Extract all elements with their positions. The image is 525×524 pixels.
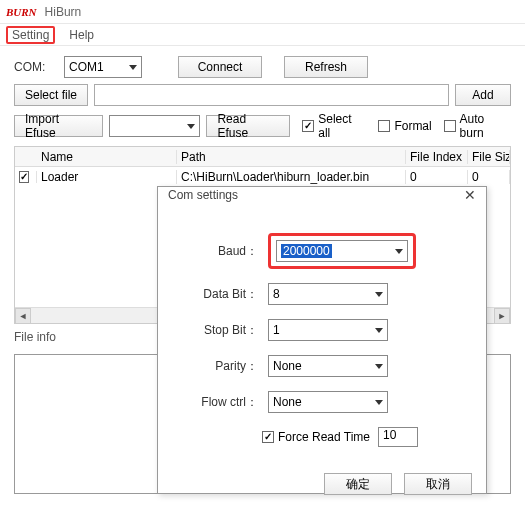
app-title: HiBurn <box>45 5 82 19</box>
menu-help[interactable]: Help <box>69 28 94 42</box>
databit-value: 8 <box>273 287 371 301</box>
col-file-size[interactable]: File Siz <box>468 150 510 164</box>
cancel-button[interactable]: 取消 <box>404 473 472 495</box>
cell-path: C:\HiBurn\Loader\hiburn_loader.bin <box>177 170 406 184</box>
chevron-down-icon <box>375 400 383 405</box>
row-checkbox[interactable] <box>15 171 37 183</box>
menu-setting[interactable]: Setting <box>6 26 55 44</box>
cell-file-index: 0 <box>406 170 468 184</box>
chevron-down-icon <box>375 328 383 333</box>
baud-label: Baud： <box>178 243 268 260</box>
force-read-time-label: Force Read Time <box>278 430 370 444</box>
com-settings-dialog: Com settings ✕ Baud： 2000000 Data Bit： 8… <box>157 186 487 494</box>
read-efuse-button[interactable]: Read Efuse <box>206 115 290 137</box>
chevron-down-icon <box>187 124 195 129</box>
baud-value: 2000000 <box>281 244 332 258</box>
col-name[interactable]: Name <box>37 150 177 164</box>
chevron-down-icon <box>375 364 383 369</box>
col-file-index[interactable]: File Index <box>406 150 468 164</box>
com-label: COM: <box>14 60 58 74</box>
flowctrl-label: Flow ctrl： <box>178 394 268 411</box>
menu-bar: Setting Help <box>0 24 525 46</box>
chevron-down-icon <box>395 249 403 254</box>
select-all-checkbox[interactable]: Select all <box>302 112 366 140</box>
parity-select[interactable]: None <box>268 355 388 377</box>
cell-file-size: 0 <box>468 170 510 184</box>
databit-select[interactable]: 8 <box>268 283 388 305</box>
import-efuse-button[interactable]: Import Efuse <box>14 115 103 137</box>
efuse-select[interactable] <box>109 115 200 137</box>
databit-label: Data Bit： <box>178 286 268 303</box>
add-button[interactable]: Add <box>455 84 511 106</box>
col-path[interactable]: Path <box>177 150 406 164</box>
flowctrl-value: None <box>273 395 371 409</box>
com-select[interactable]: COM1 <box>64 56 142 78</box>
chevron-down-icon <box>129 65 137 70</box>
flowctrl-select[interactable]: None <box>268 391 388 413</box>
select-all-label: Select all <box>318 112 366 140</box>
file-path-input[interactable] <box>94 84 449 106</box>
scroll-right-icon[interactable]: ► <box>494 308 510 324</box>
cell-name: Loader <box>37 170 177 184</box>
auto-burn-label: Auto burn <box>460 112 511 140</box>
com-select-value: COM1 <box>69 60 104 74</box>
stopbit-select[interactable]: 1 <box>268 319 388 341</box>
scroll-left-icon[interactable]: ◄ <box>15 308 31 324</box>
connect-button[interactable]: Connect <box>178 56 262 78</box>
stopbit-value: 1 <box>273 323 371 337</box>
close-icon[interactable]: ✕ <box>464 187 476 203</box>
formal-label: Formal <box>394 119 431 133</box>
force-read-time-checkbox[interactable]: Force Read Time <box>262 430 370 444</box>
select-file-button[interactable]: Select file <box>14 84 88 106</box>
force-read-time-input[interactable]: 10 <box>378 427 418 447</box>
formal-checkbox[interactable]: Formal <box>378 119 431 133</box>
table-row[interactable]: Loader C:\HiBurn\Loader\hiburn_loader.bi… <box>15 167 510 187</box>
refresh-button[interactable]: Refresh <box>284 56 368 78</box>
dialog-title: Com settings <box>168 188 238 202</box>
checkbox-icon <box>302 120 314 132</box>
baud-select[interactable]: 2000000 <box>276 240 408 262</box>
checkbox-icon <box>19 171 29 183</box>
chevron-down-icon <box>375 292 383 297</box>
checkbox-icon <box>378 120 390 132</box>
app-logo: BURN <box>6 6 37 18</box>
table-header: Name Path File Index File Siz <box>15 147 510 167</box>
dialog-title-bar: Com settings ✕ <box>158 187 486 203</box>
checkbox-icon <box>262 431 274 443</box>
stopbit-label: Stop Bit： <box>178 322 268 339</box>
title-bar: BURN HiBurn <box>0 0 525 24</box>
auto-burn-checkbox[interactable]: Auto burn <box>444 112 511 140</box>
parity-label: Parity： <box>178 358 268 375</box>
checkbox-icon <box>444 120 456 132</box>
baud-highlight: 2000000 <box>268 233 416 269</box>
parity-value: None <box>273 359 371 373</box>
ok-button[interactable]: 确定 <box>324 473 392 495</box>
